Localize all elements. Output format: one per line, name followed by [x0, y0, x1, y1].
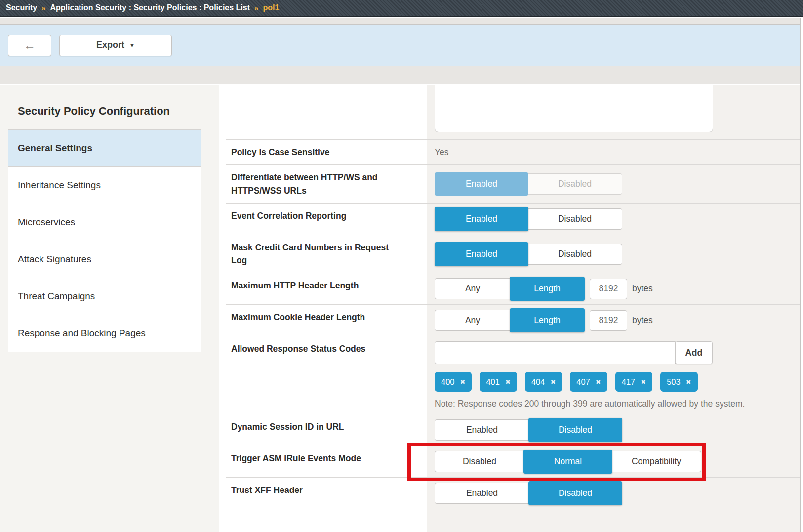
field-value: EnabledDisabled	[427, 478, 800, 509]
toggle-option-compatibility[interactable]: Compatibility	[612, 451, 701, 472]
row-separator	[226, 446, 800, 446]
chip-value: 400	[441, 377, 455, 387]
toolbar-bottom-strip	[0, 66, 800, 84]
status-code-chip[interactable]: 404✖	[525, 372, 562, 392]
sidebar-item-general-settings[interactable]: General Settings	[8, 129, 201, 166]
sidebar-item-response-and-blocking-pages[interactable]: Response and Blocking Pages	[8, 315, 201, 352]
form-row-allowed-response-status-codes: Allowed Response Status CodesAdd400✖401✖…	[219, 336, 800, 414]
field-value: EnabledDisabled	[427, 204, 800, 235]
toggle-option-disabled[interactable]: Disabled	[528, 418, 622, 442]
form-row-maximum-http-header-length: Maximum HTTP Header LengthAnyLengthbytes	[219, 273, 800, 304]
remove-chip-icon[interactable]: ✖	[641, 378, 646, 386]
breadcrumb-separator-icon: »	[254, 4, 258, 12]
caret-down-icon: ▼	[129, 42, 135, 48]
toggle-option-length[interactable]: Length	[510, 277, 585, 301]
field-label: Differentiate between HTTP/WS and HTTPS/…	[219, 165, 427, 203]
field-value: EnabledDisabled	[427, 235, 800, 273]
field-label: Dynamic Session ID in URL	[219, 414, 427, 446]
form-row-event-correlation-reporting: Event Correlation ReportingEnabledDisabl…	[219, 204, 800, 235]
breadcrumb: Security » Application Security : Securi…	[0, 0, 803, 17]
toggle-group: EnabledDisabled	[435, 483, 622, 504]
toggle-option-disabled[interactable]: Disabled	[528, 174, 622, 194]
form-row-mask-credit-card-numbers-in-request-log: Mask Credit Card Numbers in Request LogE…	[219, 235, 800, 273]
sidebar-item-threat-campaigns[interactable]: Threat Campaigns	[8, 278, 201, 315]
row-separator	[226, 477, 800, 478]
chip-value: 407	[576, 377, 590, 387]
remove-chip-icon[interactable]: ✖	[550, 378, 556, 386]
form-rows: Policy is Case SensitiveYesDifferentiate…	[219, 85, 800, 509]
status-code-chip[interactable]: 503✖	[660, 372, 697, 392]
page-body: ← Export ▼ Security Policy Configuration…	[0, 18, 801, 532]
form-row-trigger-asm-irule-events-mode: Trigger ASM iRule Events ModeDisabledNor…	[219, 446, 800, 477]
add-button[interactable]: Add	[675, 341, 713, 364]
toggle-option-any[interactable]: Any	[435, 279, 510, 299]
field-value: AnyLengthbytes	[427, 305, 800, 336]
status-code-chip[interactable]: 401✖	[480, 372, 517, 392]
toggle-option-enabled[interactable]: Enabled	[435, 483, 529, 503]
toolbar: ← Export ▼	[0, 25, 800, 66]
toggle-option-enabled[interactable]: Enabled	[435, 172, 528, 196]
sidebar-item-attack-signatures[interactable]: Attack Signatures	[8, 241, 201, 278]
chip-value: 417	[622, 377, 636, 387]
field-label	[219, 85, 427, 139]
field-value: Yes	[427, 140, 800, 164]
field-label: Trust XFF Header	[219, 478, 427, 509]
toggle-option-length[interactable]: Length	[510, 308, 585, 332]
toggle-option-any[interactable]: Any	[435, 310, 510, 330]
row-separator	[226, 304, 800, 305]
breadcrumb-separator-icon: »	[41, 4, 45, 12]
toggle-group: DisabledNormalCompatibility	[435, 451, 701, 472]
export-button[interactable]: Export ▼	[59, 35, 172, 56]
length-value-input[interactable]	[590, 310, 627, 331]
remove-chip-icon[interactable]: ✖	[505, 378, 511, 386]
toggle-option-normal[interactable]: Normal	[523, 450, 612, 474]
status-code-chip[interactable]: 417✖	[615, 372, 652, 392]
field-label: Mask Credit Card Numbers in Request Log	[219, 235, 427, 273]
sidebar-item-label: Response and Blocking Pages	[18, 328, 146, 338]
field-value	[427, 85, 800, 139]
codes-input-row: Add	[435, 341, 713, 364]
top-strip	[0, 18, 800, 25]
breadcrumb-item-policies-list[interactable]: Application Security : Security Policies…	[50, 3, 250, 12]
field-value: EnabledDisabled	[427, 414, 800, 446]
field-value: EnabledDisabled	[427, 165, 800, 203]
sidebar-title: Security Policy Configuration	[18, 105, 209, 118]
unit-label: bytes	[632, 315, 653, 326]
toggle-group: EnabledDisabled	[435, 419, 622, 441]
toggle-option-enabled[interactable]: Enabled	[435, 207, 528, 231]
form-row-trust-xff-header: Trust XFF HeaderEnabledDisabled	[219, 478, 800, 509]
toggle-option-disabled[interactable]: Disabled	[528, 244, 622, 264]
toggle-option-enabled[interactable]: Enabled	[435, 420, 529, 440]
toggle-option-disabled[interactable]: Disabled	[435, 451, 524, 472]
back-arrow-icon: ←	[24, 40, 36, 51]
field-label: Maximum Cookie Header Length	[219, 305, 427, 336]
sidebar-item-label: Threat Campaigns	[18, 291, 95, 301]
status-code-chip[interactable]: 407✖	[570, 372, 607, 392]
remove-chip-icon[interactable]: ✖	[460, 378, 466, 386]
app-window: Security » Application Security : Securi…	[0, 0, 803, 532]
form-row-maximum-cookie-header-length: Maximum Cookie Header LengthAnyLengthbyt…	[219, 305, 800, 336]
status-code-chip[interactable]: 400✖	[435, 372, 472, 392]
field-value: Add400✖401✖404✖407✖417✖503✖Note: Respons…	[427, 336, 800, 414]
status-code-input[interactable]	[435, 341, 676, 364]
sidebar-item-label: Inheritance Settings	[18, 180, 101, 190]
breadcrumb-item-security[interactable]: Security	[6, 3, 37, 12]
toggle-option-enabled[interactable]: Enabled	[435, 242, 528, 266]
remove-chip-icon[interactable]: ✖	[596, 378, 601, 386]
sidebar-item-inheritance-settings[interactable]: Inheritance Settings	[8, 166, 201, 204]
length-value-input[interactable]	[590, 279, 627, 299]
toggle-option-disabled[interactable]: Disabled	[528, 209, 622, 229]
sidebar-item-microservices[interactable]: Microservices	[8, 204, 201, 241]
field-value: DisabledNormalCompatibility	[427, 446, 800, 477]
sidebar-item-label: Attack Signatures	[18, 254, 91, 264]
readonly-value: Yes	[435, 147, 449, 158]
unit-label: bytes	[632, 284, 653, 294]
row-separator	[226, 414, 800, 414]
truncated-text-input[interactable]	[435, 85, 713, 132]
toggle-group: EnabledDisabled	[435, 208, 622, 230]
toggle-option-disabled[interactable]: Disabled	[528, 481, 622, 505]
back-button[interactable]: ←	[8, 35, 51, 56]
sidebar-nav: General SettingsInheritance SettingsMicr…	[8, 129, 201, 352]
remove-chip-icon[interactable]: ✖	[686, 378, 691, 386]
field-value: AnyLengthbytes	[427, 273, 800, 304]
